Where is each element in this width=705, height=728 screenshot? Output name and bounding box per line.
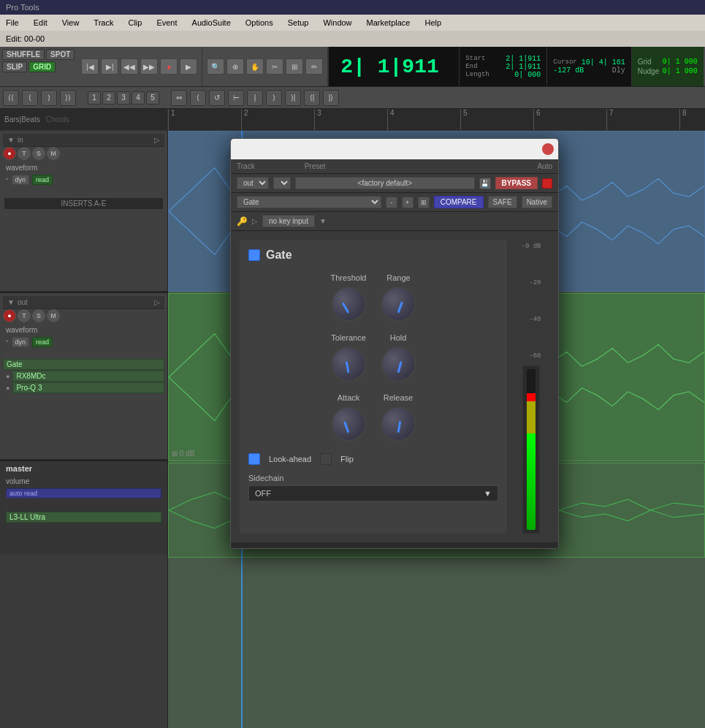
menu-edit[interactable]: Edit [31,17,50,29]
num-3[interactable]: 3 [117,91,130,105]
master-auto-btn[interactable]: auto read [6,488,161,498]
menu-event[interactable]: Event [153,17,180,29]
end-btn[interactable]: ▶| [101,58,118,75]
selector-tool-btn[interactable]: ⊞ [286,58,303,75]
menu-marketplace[interactable]: Marketplace [364,17,414,29]
title-bar: Pro Tools [0,0,705,15]
in-read-btn[interactable]: read [32,175,53,185]
in-t-btn[interactable]: T [18,147,31,160]
hold-knob[interactable] [381,346,416,382]
native-btn[interactable]: Native [522,196,552,208]
key-input-display[interactable]: no key input [262,215,315,227]
menu-options[interactable]: Options [243,17,276,29]
compare-btn[interactable]: COMPARE [434,196,484,208]
red-square-btn[interactable] [542,178,552,189]
preset-display[interactable]: <factory default> [295,177,475,189]
tb2-fwd2-btn[interactable]: ⟩⟩ [60,90,76,106]
tb2-link-btn[interactable]: ⇔ [171,90,187,106]
pencil-tool-btn[interactable]: ✏ [305,58,323,75]
ruler-left-spacer: Bars|Beats Chords [0,109,168,130]
l3-insert[interactable]: L3-LL Ultra [6,512,161,523]
plugin-close-btn[interactable] [542,143,554,155]
out-t-btn[interactable]: T [18,309,31,322]
num-1[interactable]: 1 [88,91,101,105]
tb2-back-btn[interactable]: ⟨ [22,90,38,106]
slip-btn[interactable]: SLIP [2,61,27,72]
menu-setup[interactable]: Setup [285,17,312,29]
plus-btn[interactable]: + [402,197,414,208]
gate-insert[interactable]: Gate [3,359,164,370]
rtz-btn[interactable]: |◀ [81,58,99,75]
menu-file[interactable]: File [3,17,22,29]
tb2-fwd3-btn[interactable]: |⟩ [323,90,339,106]
out-m-btn[interactable]: M [47,309,60,322]
menu-window[interactable]: Window [320,17,354,29]
track-list: ▼ in ▷ ● T S M waveform * [0,131,168,728]
zoom-out-btn[interactable]: ⊕ [226,58,244,75]
threshold-range-row: Threshold Range [248,273,498,322]
out-s-btn[interactable]: S [32,309,45,322]
in-dyn-btn[interactable]: dyn [12,175,30,185]
key-dropdown-icon[interactable]: ▼ [319,217,327,225]
bypass-btn[interactable]: BYPASS [495,177,538,189]
out-dyn-btn[interactable]: dyn [12,337,30,347]
tb2-next-btn[interactable]: ⟩ [266,90,282,106]
plugin-active-led[interactable] [248,249,260,261]
proq-insert[interactable]: Pro-Q 3 [12,382,164,393]
track-content[interactable]: ⊞ 0 dB [168,131,705,728]
record-btn[interactable]: ● [160,58,178,75]
proq-row: ● Pro-Q 3 [3,382,164,394]
tb2-trim-btn[interactable]: ⊢ [228,90,244,106]
out-read-btn[interactable]: read [32,337,53,347]
tb2-end-btn[interactable]: ⟩| [285,90,301,106]
forward-btn[interactable]: ▶▶ [140,58,158,75]
spot-btn[interactable]: SPOT [46,49,75,60]
minus-btn[interactable]: - [386,197,397,208]
menu-view[interactable]: View [59,17,83,29]
tolerance-knob[interactable] [331,346,366,382]
threshold-knob[interactable] [331,287,366,322]
tb2-sep-btn[interactable]: | [247,90,263,106]
shuffle-btn[interactable]: SHUFFLE [2,49,45,60]
menu-audiosuite[interactable]: AudioSuite [189,17,234,29]
main-counter[interactable]: 2| 1|911 [328,47,460,86]
grid-btn[interactable]: GRID [28,61,56,72]
effect-select[interactable]: Gate [237,196,381,208]
hold-group: Hold [381,333,416,382]
safe-btn[interactable]: SAFE [488,196,517,208]
tb2-fwd-btn[interactable]: ⟩ [41,90,57,106]
in-s-btn[interactable]: S [32,147,45,160]
track-out-select[interactable]: out [237,177,269,189]
menu-clip[interactable]: Clip [125,17,145,29]
tb2-back2-btn[interactable]: ⟨⟨ [3,90,19,106]
out-rec-btn[interactable]: ● [3,309,16,322]
play-btn[interactable]: ▶ [180,58,197,75]
track-a-select[interactable]: a [273,177,291,189]
tb2-back3-btn[interactable]: ⟨| [304,90,320,106]
flip-label: Flip [340,455,354,463]
save-icon[interactable]: 💾 [479,178,491,189]
flip-checkbox[interactable] [320,453,332,465]
num-4[interactable]: 4 [132,91,145,105]
trim-tool-btn[interactable]: ✂ [266,58,283,75]
lookahead-checkbox[interactable] [248,453,260,465]
menu-track[interactable]: Track [91,17,116,29]
tb2-prev-btn[interactable]: ⟨ [190,90,206,106]
release-knob[interactable] [381,406,416,441]
in-m-btn[interactable]: M [47,147,60,160]
menu-help[interactable]: Help [422,17,444,29]
grid-nudge-display: Grid 0| 1 000 Nudge 0| 1 000 [632,47,704,86]
tb2-loop-btn[interactable]: ↺ [209,90,225,106]
tolerance-group: Tolerance [331,333,366,382]
rx-insert[interactable]: RX8MDc [12,371,164,382]
num-2[interactable]: 2 [102,91,115,105]
range-knob[interactable] [381,287,416,322]
in-rec-btn[interactable]: ● [3,147,16,160]
back-btn[interactable]: ◀◀ [121,58,138,75]
zoom-in-btn[interactable]: 🔍 [207,58,224,75]
num-5[interactable]: 5 [146,91,159,105]
hand-tool-btn[interactable]: ✋ [246,58,264,75]
sidechain-select[interactable]: OFF ▼ [248,485,498,501]
attack-knob[interactable] [331,406,366,441]
copy-btn[interactable]: ⊞ [418,197,430,208]
